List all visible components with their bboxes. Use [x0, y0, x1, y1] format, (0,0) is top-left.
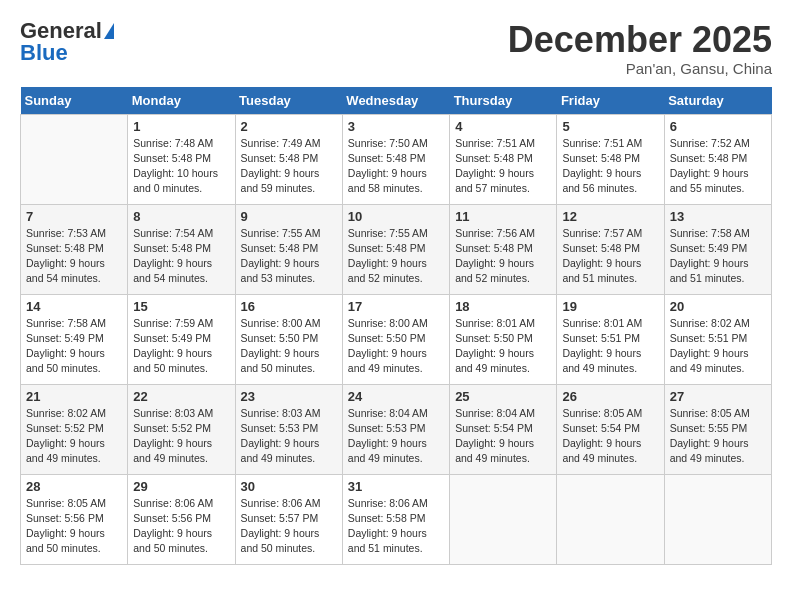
logo-general-text: General [20, 20, 102, 42]
day-info: Sunrise: 8:06 AMSunset: 5:56 PMDaylight:… [133, 496, 229, 557]
day-header: Tuesday [235, 87, 342, 115]
day-number: 9 [241, 209, 337, 224]
calendar-cell: 5Sunrise: 7:51 AMSunset: 5:48 PMDaylight… [557, 114, 664, 204]
day-number: 31 [348, 479, 444, 494]
day-number: 27 [670, 389, 766, 404]
calendar-cell: 22Sunrise: 8:03 AMSunset: 5:52 PMDayligh… [128, 384, 235, 474]
day-info: Sunrise: 8:01 AMSunset: 5:51 PMDaylight:… [562, 316, 658, 377]
calendar-week-row: 28Sunrise: 8:05 AMSunset: 5:56 PMDayligh… [21, 474, 772, 564]
day-number: 29 [133, 479, 229, 494]
calendar-cell: 21Sunrise: 8:02 AMSunset: 5:52 PMDayligh… [21, 384, 128, 474]
day-number: 14 [26, 299, 122, 314]
day-number: 3 [348, 119, 444, 134]
day-info: Sunrise: 7:54 AMSunset: 5:48 PMDaylight:… [133, 226, 229, 287]
calendar-cell: 26Sunrise: 8:05 AMSunset: 5:54 PMDayligh… [557, 384, 664, 474]
day-number: 26 [562, 389, 658, 404]
day-header: Friday [557, 87, 664, 115]
calendar-table: SundayMondayTuesdayWednesdayThursdayFrid… [20, 87, 772, 565]
day-number: 22 [133, 389, 229, 404]
day-info: Sunrise: 7:57 AMSunset: 5:48 PMDaylight:… [562, 226, 658, 287]
calendar-cell: 25Sunrise: 8:04 AMSunset: 5:54 PMDayligh… [450, 384, 557, 474]
logo-blue-text: Blue [20, 42, 68, 64]
day-info: Sunrise: 7:58 AMSunset: 5:49 PMDaylight:… [26, 316, 122, 377]
day-number: 25 [455, 389, 551, 404]
day-number: 6 [670, 119, 766, 134]
calendar-cell: 4Sunrise: 7:51 AMSunset: 5:48 PMDaylight… [450, 114, 557, 204]
day-info: Sunrise: 8:06 AMSunset: 5:57 PMDaylight:… [241, 496, 337, 557]
day-header: Wednesday [342, 87, 449, 115]
month-title: December 2025 [508, 20, 772, 60]
calendar-cell: 8Sunrise: 7:54 AMSunset: 5:48 PMDaylight… [128, 204, 235, 294]
day-info: Sunrise: 7:52 AMSunset: 5:48 PMDaylight:… [670, 136, 766, 197]
day-number: 10 [348, 209, 444, 224]
calendar-week-row: 14Sunrise: 7:58 AMSunset: 5:49 PMDayligh… [21, 294, 772, 384]
day-info: Sunrise: 7:59 AMSunset: 5:49 PMDaylight:… [133, 316, 229, 377]
day-info: Sunrise: 8:02 AMSunset: 5:52 PMDaylight:… [26, 406, 122, 467]
calendar-cell: 28Sunrise: 8:05 AMSunset: 5:56 PMDayligh… [21, 474, 128, 564]
calendar-cell [557, 474, 664, 564]
day-number: 23 [241, 389, 337, 404]
day-info: Sunrise: 7:55 AMSunset: 5:48 PMDaylight:… [241, 226, 337, 287]
day-info: Sunrise: 8:05 AMSunset: 5:54 PMDaylight:… [562, 406, 658, 467]
day-number: 28 [26, 479, 122, 494]
day-number: 13 [670, 209, 766, 224]
day-info: Sunrise: 7:58 AMSunset: 5:49 PMDaylight:… [670, 226, 766, 287]
day-number: 12 [562, 209, 658, 224]
day-number: 1 [133, 119, 229, 134]
day-number: 15 [133, 299, 229, 314]
day-info: Sunrise: 7:56 AMSunset: 5:48 PMDaylight:… [455, 226, 551, 287]
calendar-cell: 29Sunrise: 8:06 AMSunset: 5:56 PMDayligh… [128, 474, 235, 564]
day-info: Sunrise: 8:00 AMSunset: 5:50 PMDaylight:… [241, 316, 337, 377]
calendar-cell [664, 474, 771, 564]
calendar-cell: 19Sunrise: 8:01 AMSunset: 5:51 PMDayligh… [557, 294, 664, 384]
day-info: Sunrise: 8:01 AMSunset: 5:50 PMDaylight:… [455, 316, 551, 377]
day-number: 8 [133, 209, 229, 224]
calendar-cell: 2Sunrise: 7:49 AMSunset: 5:48 PMDaylight… [235, 114, 342, 204]
day-number: 24 [348, 389, 444, 404]
calendar-cell: 24Sunrise: 8:04 AMSunset: 5:53 PMDayligh… [342, 384, 449, 474]
calendar-cell: 7Sunrise: 7:53 AMSunset: 5:48 PMDaylight… [21, 204, 128, 294]
calendar-cell: 20Sunrise: 8:02 AMSunset: 5:51 PMDayligh… [664, 294, 771, 384]
calendar-cell: 1Sunrise: 7:48 AMSunset: 5:48 PMDaylight… [128, 114, 235, 204]
day-number: 18 [455, 299, 551, 314]
day-info: Sunrise: 7:51 AMSunset: 5:48 PMDaylight:… [455, 136, 551, 197]
day-number: 5 [562, 119, 658, 134]
day-number: 21 [26, 389, 122, 404]
calendar-week-row: 1Sunrise: 7:48 AMSunset: 5:48 PMDaylight… [21, 114, 772, 204]
day-header: Saturday [664, 87, 771, 115]
day-header: Monday [128, 87, 235, 115]
calendar-cell: 18Sunrise: 8:01 AMSunset: 5:50 PMDayligh… [450, 294, 557, 384]
header-row: SundayMondayTuesdayWednesdayThursdayFrid… [21, 87, 772, 115]
page-header: General Blue December 2025 Pan'an, Gansu… [20, 20, 772, 77]
calendar-cell: 10Sunrise: 7:55 AMSunset: 5:48 PMDayligh… [342, 204, 449, 294]
day-info: Sunrise: 7:50 AMSunset: 5:48 PMDaylight:… [348, 136, 444, 197]
calendar-cell: 27Sunrise: 8:05 AMSunset: 5:55 PMDayligh… [664, 384, 771, 474]
calendar-cell: 6Sunrise: 7:52 AMSunset: 5:48 PMDaylight… [664, 114, 771, 204]
calendar-cell: 31Sunrise: 8:06 AMSunset: 5:58 PMDayligh… [342, 474, 449, 564]
calendar-cell [450, 474, 557, 564]
day-info: Sunrise: 8:05 AMSunset: 5:55 PMDaylight:… [670, 406, 766, 467]
day-number: 30 [241, 479, 337, 494]
calendar-week-row: 7Sunrise: 7:53 AMSunset: 5:48 PMDaylight… [21, 204, 772, 294]
calendar-cell [21, 114, 128, 204]
calendar-cell: 3Sunrise: 7:50 AMSunset: 5:48 PMDaylight… [342, 114, 449, 204]
day-info: Sunrise: 7:48 AMSunset: 5:48 PMDaylight:… [133, 136, 229, 197]
day-info: Sunrise: 8:04 AMSunset: 5:53 PMDaylight:… [348, 406, 444, 467]
day-number: 19 [562, 299, 658, 314]
day-number: 20 [670, 299, 766, 314]
day-info: Sunrise: 7:49 AMSunset: 5:48 PMDaylight:… [241, 136, 337, 197]
calendar-week-row: 21Sunrise: 8:02 AMSunset: 5:52 PMDayligh… [21, 384, 772, 474]
calendar-cell: 9Sunrise: 7:55 AMSunset: 5:48 PMDaylight… [235, 204, 342, 294]
calendar-cell: 16Sunrise: 8:00 AMSunset: 5:50 PMDayligh… [235, 294, 342, 384]
day-info: Sunrise: 8:02 AMSunset: 5:51 PMDaylight:… [670, 316, 766, 377]
day-number: 17 [348, 299, 444, 314]
calendar-cell: 23Sunrise: 8:03 AMSunset: 5:53 PMDayligh… [235, 384, 342, 474]
logo: General Blue [20, 20, 114, 64]
calendar-cell: 12Sunrise: 7:57 AMSunset: 5:48 PMDayligh… [557, 204, 664, 294]
day-header: Thursday [450, 87, 557, 115]
day-number: 16 [241, 299, 337, 314]
day-info: Sunrise: 7:55 AMSunset: 5:48 PMDaylight:… [348, 226, 444, 287]
day-number: 7 [26, 209, 122, 224]
calendar-cell: 14Sunrise: 7:58 AMSunset: 5:49 PMDayligh… [21, 294, 128, 384]
calendar-cell: 30Sunrise: 8:06 AMSunset: 5:57 PMDayligh… [235, 474, 342, 564]
